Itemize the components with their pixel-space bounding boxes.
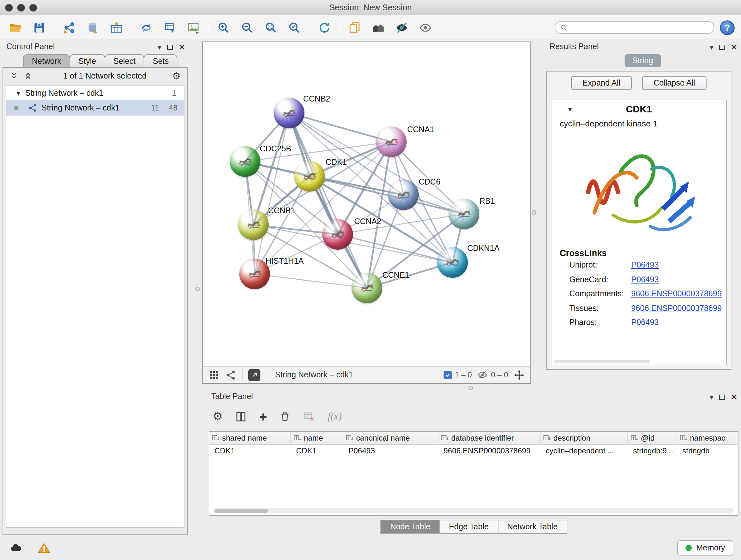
clear-table-icon[interactable] xyxy=(304,410,316,422)
panel-menu-icon[interactable]: ▾ xyxy=(710,393,714,401)
column-header--id[interactable]: @id xyxy=(628,432,677,444)
tab-style[interactable]: Style xyxy=(70,54,105,68)
first-neighbors-button[interactable] xyxy=(369,18,387,37)
expand-all-icon[interactable] xyxy=(23,71,32,81)
column-header-description[interactable]: description xyxy=(541,432,628,444)
crosslink-link[interactable]: P06493 xyxy=(631,275,659,284)
network-node-cdc25b[interactable] xyxy=(230,146,260,177)
network-node-ccna1[interactable] xyxy=(376,126,407,157)
column-header-label: canonical name xyxy=(356,434,410,442)
import-table-file-button[interactable] xyxy=(107,18,125,37)
tab-string[interactable]: String xyxy=(624,54,661,67)
splitter-handle[interactable] xyxy=(532,210,536,214)
panel-float-icon[interactable] xyxy=(719,45,725,50)
panel-close-icon[interactable]: ✕ xyxy=(179,43,185,52)
fit-content-crosshair-icon[interactable] xyxy=(514,369,525,380)
collapse-all-icon[interactable] xyxy=(10,71,18,81)
open-external-button[interactable] xyxy=(248,369,260,381)
function-builder-icon[interactable]: f(x) xyxy=(328,411,342,422)
network-options-gear-icon[interactable]: ⚙ xyxy=(172,71,181,81)
panel-float-icon[interactable] xyxy=(719,395,725,400)
column-header-label: description xyxy=(553,434,590,442)
network-canvas[interactable]: CCNB2CCNA1CDC25BCDK1CDC6RB1CCNB1CCNA2CDK… xyxy=(203,42,530,366)
crosslink-label: Pharos: xyxy=(569,318,631,327)
results-panel: Results Panel ▾ ✕ String Expand All Coll… xyxy=(544,42,741,388)
network-share-small-icon[interactable] xyxy=(225,369,236,380)
selected-checkbox-icon[interactable] xyxy=(443,371,452,379)
selected-counter: 1 – 0 xyxy=(443,370,472,379)
network-node-ccna2[interactable] xyxy=(322,219,353,250)
expand-all-button[interactable]: Expand All xyxy=(571,76,632,90)
column-header-shared-name[interactable]: shared name xyxy=(209,432,291,444)
network-node-cdc6[interactable] xyxy=(388,179,419,210)
panel-close-icon[interactable]: ✕ xyxy=(731,43,737,52)
cloud-status-button[interactable] xyxy=(8,541,24,555)
import-network-database-button[interactable] xyxy=(84,18,102,37)
show-columns-icon[interactable] xyxy=(235,410,247,422)
birdseye-grid-icon[interactable] xyxy=(209,369,219,380)
column-type-icon xyxy=(212,434,219,442)
hide-selected-button[interactable] xyxy=(393,18,410,37)
crosslink-link[interactable]: 9606.ENSP00000378699 xyxy=(631,304,722,313)
tab-edge-table[interactable]: Edge Table xyxy=(440,520,498,534)
panel-close-icon[interactable]: ✕ xyxy=(731,393,737,401)
search-input[interactable] xyxy=(570,22,709,33)
splitter-handle[interactable] xyxy=(468,386,473,390)
table-settings-gear-icon[interactable]: ⚙ xyxy=(212,409,223,423)
collection-collapse-icon[interactable]: ▾ xyxy=(17,89,20,98)
network-row[interactable]: String Network – cdk1 11 48 xyxy=(6,100,184,116)
gene-card-header[interactable]: ▾ CDK1 xyxy=(551,100,726,118)
save-session-button[interactable] xyxy=(30,18,48,37)
tab-network[interactable]: Network xyxy=(23,54,70,68)
crosslink-link[interactable]: P06493 xyxy=(631,261,659,270)
copy-document-button[interactable] xyxy=(345,18,363,37)
network-node-rb1[interactable] xyxy=(449,199,479,229)
scrollbar-thumb[interactable] xyxy=(214,509,268,513)
column-header-name[interactable]: name xyxy=(291,432,343,444)
control-panel-title: Control Panel xyxy=(6,42,55,51)
clone-network-button[interactable] xyxy=(137,18,155,37)
network-node-ccne1[interactable] xyxy=(352,273,382,303)
search-box[interactable] xyxy=(555,21,714,34)
open-session-button[interactable] xyxy=(6,18,24,37)
crosslink-link[interactable]: P06493 xyxy=(631,318,659,327)
collapse-all-button[interactable]: Collapse All xyxy=(642,76,707,90)
zoom-selected-button[interactable] xyxy=(285,18,303,37)
zoom-out-button[interactable] xyxy=(238,18,256,37)
memory-button[interactable]: Memory xyxy=(677,540,733,556)
import-network-file-button[interactable] xyxy=(60,18,78,37)
tab-network-table[interactable]: Network Table xyxy=(497,520,567,534)
column-header-canonical-name[interactable]: canonical name xyxy=(343,432,439,444)
table-row[interactable]: CDK1CDK1P064939606.ENSP00000378699cyclin… xyxy=(209,445,738,457)
column-header-database-identifier[interactable]: database identifier xyxy=(439,432,541,444)
new-table-button[interactable] xyxy=(161,18,179,37)
column-type-icon xyxy=(293,434,301,442)
network-node-ccnb1[interactable] xyxy=(238,209,269,240)
export-image-button[interactable] xyxy=(185,18,202,37)
table-horizontal-scrollbar[interactable] xyxy=(213,508,734,513)
gene-collapse-icon[interactable]: ▾ xyxy=(568,105,572,114)
splitter-handle[interactable] xyxy=(195,287,200,291)
network-node-cdk1[interactable] xyxy=(294,161,325,192)
panel-menu-icon[interactable]: ▾ xyxy=(158,43,161,52)
zoom-in-button[interactable] xyxy=(214,18,232,37)
tab-sets[interactable]: Sets xyxy=(144,54,178,68)
help-button[interactable]: ? xyxy=(720,20,735,35)
tab-node-table[interactable]: Node Table xyxy=(381,520,440,534)
warnings-button[interactable] xyxy=(36,541,52,555)
network-node-cdkn1a[interactable] xyxy=(437,247,468,278)
gene-card-scrollbar[interactable] xyxy=(554,360,650,363)
tab-select[interactable]: Select xyxy=(105,54,145,68)
column-type-icon xyxy=(346,434,354,442)
zoom-fit-button[interactable] xyxy=(262,18,280,37)
apply-layout-button[interactable] xyxy=(315,18,333,37)
panel-float-icon[interactable] xyxy=(167,45,173,50)
show-all-button[interactable] xyxy=(416,18,434,37)
network-node-ccnb2[interactable] xyxy=(274,98,305,128)
network-collection-row[interactable]: ▾ String Network – cdk1 1 xyxy=(6,86,184,100)
column-header-namespac[interactable]: namespac xyxy=(677,432,738,444)
panel-menu-icon[interactable]: ▾ xyxy=(710,43,714,52)
add-column-icon[interactable]: + xyxy=(259,410,267,422)
delete-column-trash-icon[interactable] xyxy=(279,410,291,422)
crosslink-link[interactable]: 9606.ENSP00000378699 xyxy=(631,290,722,299)
